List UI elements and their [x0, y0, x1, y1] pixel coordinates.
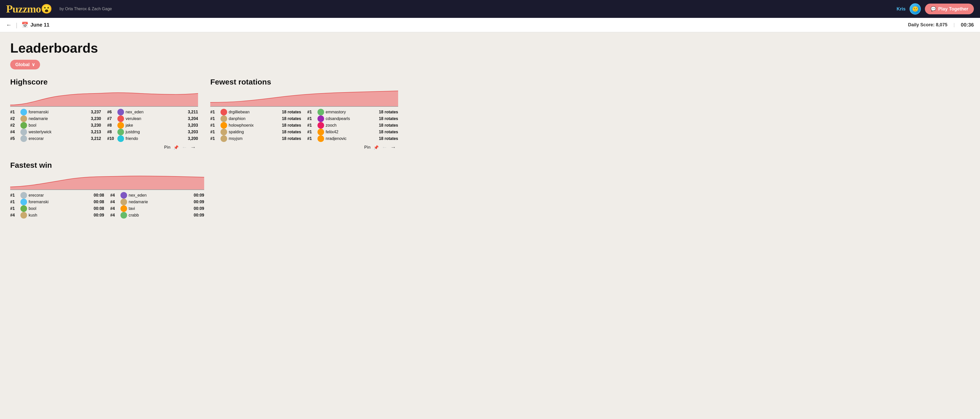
- player-name-cell[interactable]: nex_eden: [126, 109, 182, 115]
- table-row: #1bool00:08: [10, 205, 104, 212]
- back-button[interactable]: ←: [6, 22, 12, 28]
- byline: by Orta Therox & Zach Gage: [59, 6, 112, 11]
- player-name-cell[interactable]: feliix42: [326, 129, 372, 135]
- score-cell: 3,237: [85, 109, 101, 115]
- player-name-cell[interactable]: friendo: [126, 135, 182, 142]
- player-name-cell[interactable]: zooch: [326, 122, 372, 129]
- pin-icon[interactable]: 📌: [173, 145, 179, 150]
- player-name-cell[interactable]: bool: [29, 122, 85, 129]
- table-row: #1nradjenovic18 rotates: [307, 135, 398, 142]
- pin-label: Pin: [164, 145, 170, 150]
- highscore-pin-nav: Pin 📌 ← →: [10, 144, 198, 151]
- player-icon-cell: [121, 212, 129, 218]
- player-name-cell[interactable]: holowphoenix: [229, 122, 275, 129]
- score-cell: 00:09: [187, 205, 204, 212]
- player-icon-cell: [318, 129, 326, 135]
- table-row: #1feliix4218 rotates: [307, 129, 398, 135]
- next-page-button[interactable]: →: [190, 144, 196, 151]
- player-name-cell[interactable]: nex_eden: [129, 192, 187, 199]
- sub-header-right: Daily Score: 8,075 | 00:36: [908, 22, 974, 28]
- player-icon-cell: [21, 192, 29, 199]
- user-name[interactable]: Kris: [897, 6, 905, 12]
- play-together-label: Play Together: [938, 6, 968, 12]
- rank-cell: #1: [307, 135, 318, 142]
- avatar[interactable]: 🙂: [910, 3, 921, 14]
- player-name-cell[interactable]: msyjsm: [229, 135, 275, 142]
- score-cell: 18 rotates: [372, 109, 398, 115]
- score-cell: 18 rotates: [372, 115, 398, 122]
- table-row: #7verulean3,204: [107, 115, 198, 122]
- table-row: #4nex_eden00:09: [110, 192, 204, 199]
- rank-cell: #1: [210, 122, 221, 129]
- player-name-cell[interactable]: kush: [29, 212, 87, 218]
- rank-cell: #1: [10, 205, 21, 212]
- player-icon-cell: [318, 109, 326, 115]
- table-row: #10friendo3,200: [107, 135, 198, 142]
- score-cell: 18 rotates: [275, 109, 301, 115]
- player-name-cell[interactable]: crabb: [129, 212, 187, 218]
- date-label: June 11: [30, 22, 49, 28]
- table-row: #1cdsandpearls18 rotates: [307, 115, 398, 122]
- rank-cell: #1: [307, 109, 318, 115]
- player-name-cell[interactable]: nradjenovic: [326, 135, 372, 142]
- player-name-cell[interactable]: foremanski: [29, 109, 85, 115]
- rank-cell: #1: [210, 135, 221, 142]
- page-title: Leaderboards: [10, 40, 398, 56]
- rank-cell: #4: [110, 205, 121, 212]
- player-name-cell[interactable]: tavi: [129, 205, 187, 212]
- prev-page-button[interactable]: ←: [182, 144, 187, 151]
- prev-page-button-2[interactable]: ←: [382, 144, 387, 151]
- player-icon-cell: [118, 135, 126, 142]
- timer: 00:36: [961, 22, 974, 28]
- player-name-cell[interactable]: emmastory: [326, 109, 372, 115]
- player-name-cell[interactable]: cdsandpearls: [326, 115, 372, 122]
- fewest-rotations-section: Fewest rotations #1drgilliebean18 rotate…: [210, 78, 398, 151]
- player-name-cell[interactable]: drgilliebean: [229, 109, 275, 115]
- rank-cell: #1: [307, 129, 318, 135]
- player-icon-cell: [21, 129, 29, 135]
- pin-icon-2[interactable]: 📌: [374, 145, 379, 150]
- rank-cell: #1: [210, 115, 221, 122]
- highscore-table: #1foremanski3,237#2nedamarie3,230#2bool3…: [10, 109, 198, 142]
- player-name-cell[interactable]: erecorar: [29, 192, 87, 199]
- table-row: #1holowphoenix18 rotates: [210, 122, 301, 129]
- play-together-icon: 💬: [931, 6, 936, 12]
- global-filter-button[interactable]: Global ∨: [10, 60, 40, 69]
- player-name-cell[interactable]: nedamarie: [29, 115, 85, 122]
- play-together-button[interactable]: 💬 Play Together: [925, 3, 974, 14]
- player-name-cell[interactable]: danphion: [229, 115, 275, 122]
- fewest-rotations-divider: [210, 106, 398, 107]
- player-name-cell[interactable]: jake: [126, 122, 182, 129]
- next-page-button-2[interactable]: →: [390, 144, 396, 151]
- table-row: #5erecorar3,212: [10, 135, 101, 142]
- rank-cell: #1: [307, 122, 318, 129]
- player-name-cell[interactable]: verulean: [126, 115, 182, 122]
- global-filter-label: Global: [15, 62, 30, 67]
- player-name-cell[interactable]: nedamarie: [129, 199, 187, 205]
- main-content: Leaderboards Global ∨ Highscore #1forema…: [0, 32, 408, 227]
- player-name-cell[interactable]: bool: [29, 205, 87, 212]
- player-icon-cell: [21, 122, 29, 129]
- header-left: Puzzmo 😮 by Orta Therox & Zach Gage: [6, 3, 112, 15]
- table-row: #4crabb00:09: [110, 212, 204, 218]
- leaderboard-grid: Highscore #1foremanski3,237#2nedamarie3,…: [10, 78, 398, 151]
- daily-score-label: Daily Score:: [908, 22, 935, 27]
- highscore-left-table: #1foremanski3,237#2nedamarie3,230#2bool3…: [10, 109, 101, 142]
- player-name-cell[interactable]: erecorar: [29, 135, 85, 142]
- player-name-cell[interactable]: spalding: [229, 129, 275, 135]
- player-name-cell[interactable]: foremanski: [29, 199, 87, 205]
- player-name-cell[interactable]: justdmg: [126, 129, 182, 135]
- rank-cell: #8: [107, 122, 118, 129]
- logo[interactable]: Puzzmo 😮: [6, 3, 52, 15]
- calendar-icon: 📅: [21, 22, 28, 28]
- header-right: Kris 🙂 💬 Play Together: [897, 3, 974, 14]
- table-row: #8jake3,203: [107, 122, 198, 129]
- table-row: #1danphion18 rotates: [210, 115, 301, 122]
- fewest-rotations-pin-nav: Pin 📌 ← →: [210, 144, 398, 151]
- chevron-down-icon: ∨: [32, 62, 35, 67]
- player-name-cell[interactable]: westerlywick: [29, 129, 85, 135]
- player-icon-cell: [21, 205, 29, 212]
- rank-cell: #4: [110, 199, 121, 205]
- score-cell: 00:09: [87, 212, 104, 218]
- fastest-win-title: Fastest win: [10, 161, 204, 169]
